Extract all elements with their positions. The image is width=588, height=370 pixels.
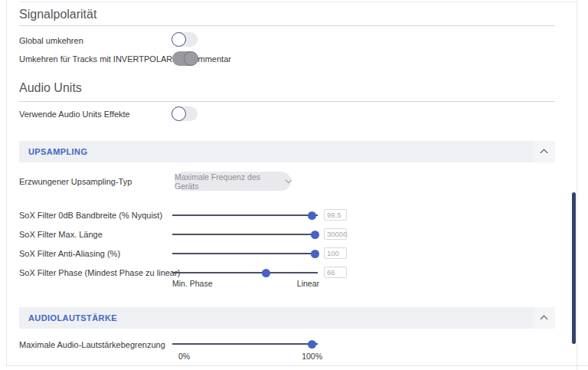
- chevron-up-icon: [541, 316, 548, 323]
- section-header-volume: AUDIOLAUTSTÄRKE: [19, 307, 555, 329]
- volume-scale-max: 100%: [302, 352, 322, 361]
- panel-border-right: [577, 0, 577, 370]
- label-forced-upsampling-type: Erzwungener Upsampling-Typ: [19, 177, 132, 186]
- phase-scale-max: Linear: [297, 279, 319, 288]
- forced-upsampling-type-value: Maximale Frequenz des Geräts: [175, 172, 280, 191]
- panel-border-top: [19, 2, 577, 2]
- section-header-upsampling-title: UPSAMPLING: [28, 147, 87, 156]
- label-sox-max-length: SoX Filter Max. Länge: [19, 230, 103, 239]
- slider-sox-max-length[interactable]: [172, 234, 318, 235]
- toggle-global-invert[interactable]: [172, 32, 198, 47]
- label-sox-bandwidth: SoX Filter 0dB Bandbreite (% Nyquist): [19, 211, 162, 220]
- phase-scale-labels: Min. Phase Linear: [172, 279, 319, 288]
- slider-sox-bandwidth[interactable]: [172, 214, 318, 216]
- toggle-invert-comment-tracks[interactable]: [172, 51, 198, 66]
- value-sox-phase[interactable]: 66: [324, 267, 347, 278]
- panel-border-bottom: [6, 365, 588, 366]
- chevron-up-icon: [541, 149, 548, 157]
- phase-scale-min: Min. Phase: [172, 279, 213, 288]
- section-header-volume-title: AUDIOLAUTSTÄRKE: [28, 313, 117, 323]
- label-use-audio-units-effects: Verwende Audio Units Effekte: [19, 110, 130, 119]
- slider-handle[interactable]: [308, 340, 316, 349]
- chevron-down-icon: [286, 177, 292, 183]
- collapse-upsampling-button[interactable]: [534, 141, 555, 162]
- label-invert-comment-tracks: Umkehren für Tracks mit INVERTPOLARITY-K…: [19, 54, 231, 64]
- section-title-signal-polarity: Signalpolarität: [19, 8, 96, 21]
- slider-handle[interactable]: [262, 269, 270, 277]
- toggle-use-audio-units-effects[interactable]: [172, 106, 198, 121]
- divider: [19, 101, 555, 102]
- settings-page: Signalpolarität Global umkehren Umkehren…: [0, 0, 588, 370]
- label-sox-phase: SoX Filter Phase (Mindest Phase zu linea…: [19, 268, 180, 277]
- forced-upsampling-type-select[interactable]: Maximale Frequenz des Geräts: [175, 172, 291, 191]
- section-title-audio-units: Audio Units: [19, 81, 82, 95]
- toggle-knob: [184, 51, 198, 66]
- slider-sox-phase[interactable]: [172, 272, 318, 273]
- slider-handle[interactable]: [308, 211, 316, 220]
- slider-handle[interactable]: [311, 250, 319, 258]
- toggle-knob: [172, 106, 186, 121]
- volume-scale-min: 0%: [178, 352, 190, 361]
- label-sox-anti-aliasing: SoX Filter Anti-Aliasing (%): [19, 249, 120, 258]
- value-sox-anti-aliasing[interactable]: 100: [324, 247, 347, 259]
- slider-sox-anti-aliasing[interactable]: [172, 253, 318, 254]
- slider-handle[interactable]: [311, 231, 319, 239]
- collapse-volume-button[interactable]: [534, 307, 555, 329]
- value-sox-max-length[interactable]: 30000: [324, 228, 347, 240]
- section-header-upsampling: UPSAMPLING: [19, 141, 555, 162]
- divider: [19, 25, 555, 26]
- value-sox-bandwidth[interactable]: 99,5: [324, 209, 347, 221]
- label-max-volume-limit: Maximale Audio-Lautstärkebegrenzung: [19, 340, 165, 349]
- panel-border-left: [6, 0, 7, 365]
- vertical-scrollbar-thumb[interactable]: [572, 192, 576, 344]
- toggle-knob: [172, 32, 186, 47]
- label-global-invert: Global umkehren: [19, 36, 83, 45]
- volume-scale-labels: 0% 100%: [172, 352, 322, 361]
- slider-max-volume-limit[interactable]: [172, 343, 318, 345]
